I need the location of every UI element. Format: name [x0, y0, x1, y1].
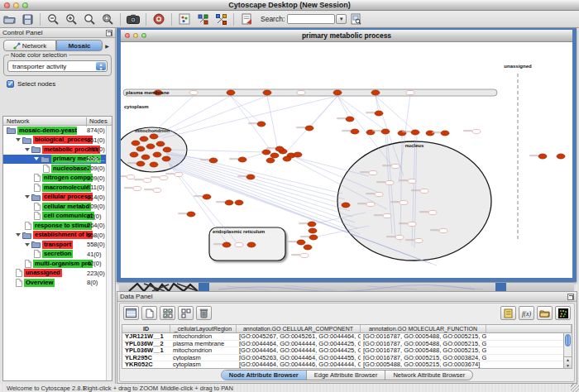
graph-node[interactable]	[140, 136, 148, 141]
graph-node[interactable]	[305, 126, 313, 131]
graph-node[interactable]	[163, 147, 171, 152]
graph-node-outline[interactable]	[391, 164, 400, 168]
table-row[interactable]: YJR121W__1mitochondrion[GO:0045267, GO:0…	[122, 333, 572, 341]
graph-node-outline[interactable]	[428, 210, 437, 214]
graph-node[interactable]	[238, 157, 246, 162]
select-all-attributes-button[interactable]	[123, 306, 139, 320]
graph-node-outline[interactable]	[175, 172, 183, 176]
table-scrollbar[interactable]: ▲▼	[563, 333, 572, 368]
tab-mosaic[interactable]: Mosaic	[56, 40, 103, 51]
graph-node[interactable]	[247, 242, 256, 247]
help-button[interactable]	[150, 12, 168, 27]
tab-network[interactable]: Network	[3, 40, 56, 51]
column-header[interactable]: annotation.GO CELLULAR_COMPONENT	[237, 325, 361, 332]
graph-node[interactable]	[227, 90, 235, 95]
browser-tab-edge[interactable]: Edge Attribute Browser	[307, 370, 386, 380]
graph-node-outline[interactable]	[297, 90, 305, 94]
tree-row[interactable]: nucleobase-209(0)	[3, 164, 112, 174]
graph-node[interactable]	[270, 153, 279, 158]
select-attributes-button[interactable]	[160, 306, 175, 320]
table-row[interactable]: YLR295Ccytoplasm[GO:0045263, GO:0044464,…	[122, 355, 572, 362]
expand-arrow-icon[interactable]	[25, 148, 30, 151]
graph-node[interactable]	[333, 90, 342, 95]
graph-node[interactable]	[346, 117, 354, 122]
tree-row[interactable]: response to stimul264(0)	[3, 221, 112, 231]
zoom-out-button[interactable]	[44, 12, 62, 27]
graph-node[interactable]	[275, 146, 284, 151]
unselect-attributes-button[interactable]	[178, 306, 194, 320]
graph-node-outline[interactable]	[420, 189, 428, 193]
graph-node[interactable]	[203, 194, 211, 199]
column-header[interactable]: annotation.GO MOLECULAR_FUNCTION	[361, 325, 486, 332]
graph-node[interactable]	[136, 146, 145, 151]
graph-node[interactable]	[235, 200, 243, 205]
graph-node[interactable]	[371, 90, 380, 95]
network-view-window[interactable]: primary metabolic process plasma membran…	[117, 28, 577, 282]
graph-node[interactable]	[263, 90, 271, 95]
graph-node[interactable]	[223, 242, 231, 247]
graph-node-outline[interactable]	[472, 129, 481, 133]
column-header[interactable]: _cellularLayoutRegion	[170, 325, 237, 332]
graph-node-outline[interactable]	[235, 242, 243, 246]
graph-node[interactable]	[342, 203, 350, 208]
tree-row[interactable]: unassigned223(0)	[3, 269, 112, 279]
graph-node-outline[interactable]	[143, 178, 151, 182]
graph-node-outline[interactable]	[383, 213, 391, 218]
delete-attribute-button[interactable]	[196, 306, 212, 320]
select-nodes-checkbox[interactable]: ✓	[7, 80, 14, 88]
graph-node[interactable]	[156, 141, 165, 146]
graph-node-outline[interactable]	[395, 235, 404, 239]
graph-node[interactable]	[309, 228, 317, 233]
graph-node-outline[interactable]	[153, 188, 161, 192]
expand-arrow-icon[interactable]	[25, 243, 30, 246]
column-header[interactable]: ID	[122, 325, 170, 332]
graph-node-outline[interactable]	[189, 90, 198, 94]
graph-node-outline[interactable]	[414, 238, 423, 242]
table-row[interactable]: YPL036W__2plasma membrane[GO:0044464, GO…	[122, 341, 572, 348]
layout-button-1[interactable]	[194, 12, 212, 27]
graph-node-outline[interactable]	[385, 180, 394, 184]
matrix-view-button[interactable]	[555, 306, 571, 320]
graph-node[interactable]	[441, 131, 449, 136]
graph-node-outline[interactable]	[300, 253, 309, 257]
graph-node[interactable]	[309, 235, 318, 240]
network-canvas[interactable]: plasma membranecytoplasmmitochondrionnuc…	[121, 42, 572, 278]
layout-button-2[interactable]	[212, 12, 230, 27]
graph-node[interactable]	[538, 154, 547, 159]
graph-node[interactable]	[246, 174, 255, 179]
tree-row[interactable]: multi-organism pro42(0)	[3, 259, 112, 269]
graph-node[interactable]	[297, 240, 305, 245]
graph-node[interactable]	[375, 111, 383, 116]
graph-node[interactable]	[150, 134, 158, 139]
graph-node[interactable]	[257, 122, 266, 127]
formula-builder-button[interactable]: f(x)	[519, 306, 534, 320]
graph-node[interactable]	[294, 152, 302, 157]
graph-node[interactable]	[351, 129, 359, 134]
tree-row[interactable]: macromolecule311(0)	[3, 183, 112, 193]
create-attribute-button[interactable]	[141, 306, 157, 320]
graph-node[interactable]	[136, 161, 145, 166]
tree-row[interactable]: metabolic process280(0)	[3, 145, 112, 155]
tree-row[interactable]: biological_process651(0)	[3, 136, 112, 146]
graph-node[interactable]	[153, 152, 161, 157]
color-attribute-dropdown[interactable]: transporter activity ▲▼	[7, 60, 108, 72]
tree-row[interactable]: cellular process614(0)	[3, 193, 112, 203]
expand-arrow-icon[interactable]	[25, 195, 30, 198]
tree-row[interactable]: primary metabo209(...	[3, 155, 112, 165]
snapshot-button[interactable]	[124, 12, 142, 27]
search-dropdown-button[interactable]: ▼	[336, 14, 347, 24]
graph-node[interactable]	[162, 156, 170, 161]
browser-tab-network[interactable]: Network Attribute Browser	[385, 370, 472, 380]
graph-node[interactable]	[132, 141, 140, 146]
tree-row[interactable]: nitrogen compo209(0)	[3, 174, 112, 184]
tree-row[interactable]: cellular metabo209(0)	[3, 202, 112, 212]
zoom-fit-button[interactable]	[98, 12, 117, 27]
graph-node[interactable]	[304, 245, 312, 250]
zoom-in-button[interactable]	[62, 12, 80, 27]
graph-node[interactable]	[150, 162, 158, 167]
graph-node-outline[interactable]	[406, 90, 414, 94]
annotation-button[interactable]	[237, 12, 256, 27]
graph-node[interactable]	[141, 155, 150, 160]
save-session-button[interactable]	[18, 12, 36, 27]
expand-arrow-icon[interactable]	[34, 157, 39, 160]
